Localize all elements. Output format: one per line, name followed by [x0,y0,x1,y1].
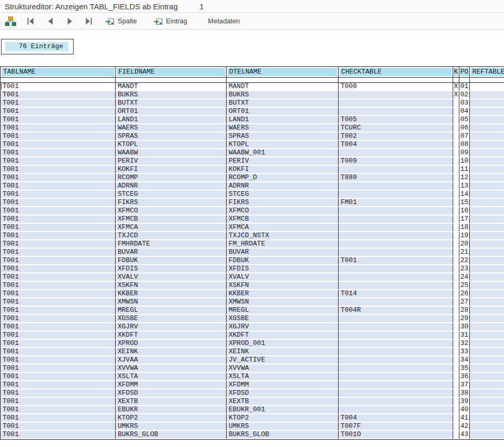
cell-k[interactable] [453,348,459,356]
cell-po[interactable]: 04 [459,108,470,116]
cell-dtelname[interactable]: KTOP2 [227,414,339,423]
cell-fieldname[interactable]: BUKRS [116,91,227,99]
cell-checktable[interactable] [339,149,453,157]
cell-k[interactable] [453,423,459,431]
cell-fieldname[interactable]: ORT01 [116,108,227,116]
cell-po[interactable]: 33 [459,348,470,356]
cell-dtelname[interactable]: UMKRS [227,423,339,431]
cell-tablname[interactable]: T001 [1,356,116,365]
cell-k[interactable] [453,99,459,108]
cell-tablname[interactable]: T001 [1,307,116,315]
table-row[interactable]: T001XKDFTXKDFT31 [1,331,504,340]
cell-reftable[interactable] [470,91,504,99]
cell-fieldname[interactable]: XGJRV [116,323,227,331]
cell-po[interactable]: 30 [459,323,470,331]
cell-k[interactable] [453,431,459,439]
cell-reftable[interactable] [470,348,504,356]
cell-checktable[interactable] [339,273,453,282]
cell-checktable[interactable] [339,331,453,340]
cell-po[interactable]: 10 [459,157,470,166]
cell-dtelname[interactable]: XFDIS [227,265,339,273]
cell-po[interactable]: 26 [459,290,470,298]
cell-dtelname[interactable]: XEXTB [227,398,339,406]
cell-dtelname[interactable]: PERIV [227,157,339,166]
cell-reftable[interactable] [470,215,504,224]
cell-checktable[interactable] [339,406,453,414]
table-row[interactable]: T001FIKRSFIKRSFM0115 [1,199,504,207]
cell-dtelname[interactable]: FM_HRDATE [227,240,339,249]
table-row[interactable]: T001UMKRSUMKRST007F42 [1,423,504,431]
cell-dtelname[interactable]: KTOPL [227,141,339,149]
cell-dtelname[interactable]: TXJCD_NSTX [227,232,339,240]
cell-tablname[interactable]: T001 [1,273,116,282]
first-record-button[interactable] [24,16,37,26]
cell-tablname[interactable]: T001 [1,133,116,141]
cell-reftable[interactable] [470,323,504,331]
cell-tablname[interactable]: T001 [1,315,116,323]
cell-fieldname[interactable]: SPRAS [116,133,227,141]
cell-po[interactable]: 29 [459,315,470,323]
cell-k[interactable] [453,199,459,207]
cell-reftable[interactable] [470,331,504,340]
table-row[interactable]: T001LAND1LAND1T00505 [1,116,504,124]
cell-k[interactable] [453,282,459,290]
cell-tablname[interactable]: T001 [1,390,116,398]
cell-reftable[interactable] [470,157,504,166]
cell-checktable[interactable]: T001 [339,257,453,265]
cell-po[interactable]: 34 [459,356,470,365]
table-row[interactable]: T001WAERSWAERSTCURC06 [1,124,504,133]
cell-k[interactable]: X [453,83,459,91]
cell-dtelname[interactable]: FIKRS [227,199,339,207]
cell-checktable[interactable] [339,381,453,390]
cell-tablname[interactable]: T001 [1,290,116,298]
table-row[interactable]: T001KKBERKKBERT01426 [1,290,504,298]
cell-reftable[interactable] [470,307,504,315]
cell-fieldname[interactable]: KTOP2 [116,414,227,423]
cell-reftable[interactable] [470,207,504,215]
cell-checktable[interactable] [339,340,453,348]
cell-tablname[interactable]: T001 [1,149,116,157]
cell-reftable[interactable] [470,423,504,431]
cell-checktable[interactable] [339,398,453,406]
cell-k[interactable] [453,315,459,323]
cell-k[interactable] [453,166,459,174]
cell-dtelname[interactable]: BUKRS_GLOB [227,431,339,439]
cell-po[interactable]: 42 [459,423,470,431]
cell-reftable[interactable] [470,240,504,249]
cell-po[interactable]: 18 [459,224,470,232]
table-row[interactable]: T001FMHRDATEFM_HRDATE20 [1,240,504,249]
table-row[interactable]: T001XFDISXFDIS23 [1,265,504,273]
cell-checktable[interactable]: T005 [339,116,453,124]
hierarchy-button[interactable] [3,15,18,27]
next-record-button[interactable] [64,16,76,26]
cell-reftable[interactable] [470,265,504,273]
cell-po[interactable]: 06 [459,124,470,133]
cell-checktable[interactable] [339,282,453,290]
cell-fieldname[interactable]: XFMCB [116,215,227,224]
cell-tablname[interactable]: T001 [1,414,116,423]
cell-fieldname[interactable]: XJVAA [116,356,227,365]
cell-reftable[interactable] [470,298,504,307]
cell-k[interactable] [453,157,459,166]
cell-reftable[interactable] [470,398,504,406]
cell-checktable[interactable] [339,240,453,249]
cell-dtelname[interactable]: XFMCB [227,215,339,224]
table-row[interactable]: T001XSLTAXSLTA36 [1,373,504,381]
cell-tablname[interactable]: T001 [1,249,116,257]
cell-dtelname[interactable]: XMWSN [227,298,339,307]
cell-po[interactable]: 39 [459,398,470,406]
cell-po[interactable]: 41 [459,414,470,423]
table-row[interactable]: T001XFMCAXFMCA18 [1,224,504,232]
cell-checktable[interactable] [339,191,453,199]
last-record-button[interactable] [82,16,95,26]
cell-reftable[interactable] [470,381,504,390]
cell-reftable[interactable] [470,356,504,365]
cell-k[interactable] [453,124,459,133]
table-row[interactable]: T001MANDTMANDTT000X01 [1,83,504,91]
cell-po[interactable]: 05 [459,116,470,124]
table-row[interactable]: T001RCOMPRCOMP_DT88012 [1,174,504,182]
cell-reftable[interactable] [470,257,504,265]
table-row[interactable]: T001XEINKXEINK33 [1,348,504,356]
table-row[interactable]: T001XFMCBXFMCB17 [1,215,504,224]
cell-k[interactable] [453,265,459,273]
